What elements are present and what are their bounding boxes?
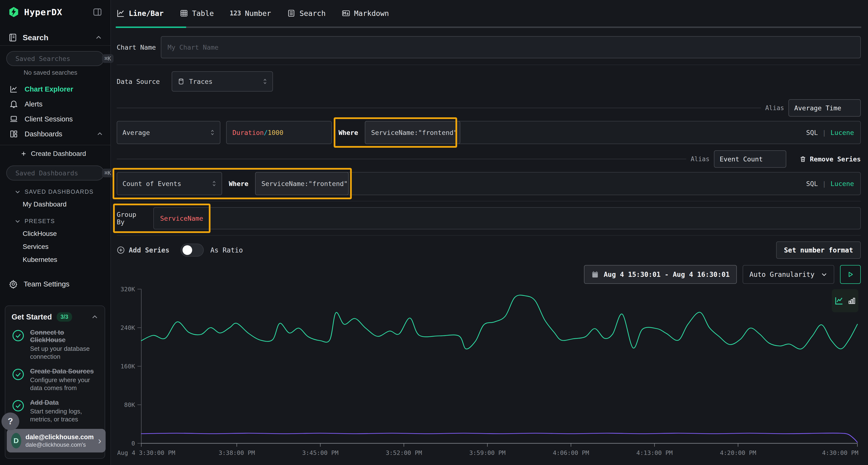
series-1-aggregation-select[interactable]: Average [117,121,220,144]
tab-search[interactable]: Search [287,9,326,18]
series-1-where-input[interactable]: ServiceName:"frontend" [365,121,460,144]
date-range-button[interactable]: Aug 4 15:30:01 - Aug 4 16:30:01 [584,265,737,284]
journal-icon [8,33,18,42]
add-series-label: Add Series [129,246,169,254]
alias-label: Alias [690,156,709,163]
tab-label: Number [245,9,271,18]
svg-text:0: 0 [131,440,135,447]
add-series-button[interactable]: Add Series [117,246,169,254]
granularity-value: Auto Granularity [749,271,814,278]
operator-token: / [264,129,268,136]
group-saved-dashboards[interactable]: SAVED DASHBOARDS [0,186,111,198]
date-range-value: Aug 4 15:30:01 - Aug 4 16:30:01 [604,271,730,278]
field-token: Duration [232,129,264,136]
group-by-row: Group By ServiceName [117,207,861,229]
language-switch: SQL | Lucene [806,129,854,136]
check-circle-icon [11,399,25,412]
sidebar-item-label: Dashboards [25,130,62,138]
sidebar-section-search[interactable]: Search [0,30,111,45]
saved-searches-field[interactable] [16,55,98,62]
chevron-down-icon [821,271,828,278]
sidebar-item-kubernetes[interactable]: Kubernetes [0,253,111,266]
get-started-item-desc: Set up your database connection [30,345,98,360]
series-1-alias-input[interactable]: Average Time [788,99,861,117]
group-presets[interactable]: PRESETS [0,215,111,227]
chart-type-tabbar: Line/Bar Table 123 Number Search Markdow… [112,0,868,27]
sidebar-item-clickhouse[interactable]: ClickHouse [0,227,111,240]
sidebar-item-my-dashboard[interactable]: My Dashboard [0,198,111,211]
chart-area: 080K160K240K320KAug 4 3:30:00 PM3:38:00 … [117,286,861,465]
series-row-1: Average Duration/1000 Where ServiceName:… [117,121,861,144]
main-content: Line/Bar Table 123 Number Search Markdow… [112,0,868,465]
bell-icon [9,100,18,109]
as-ratio-toggle[interactable] [181,243,204,257]
line-chart-icon [9,85,18,94]
timeseries-plot[interactable]: 080K160K240K320KAug 4 3:30:00 PM3:38:00 … [117,286,866,464]
group-by-input[interactable]: ServiceName [153,207,861,229]
remove-series-button[interactable]: Remove Series [799,156,861,163]
series-1-field-input[interactable]: Duration/1000 [226,121,332,144]
lucene-toggle[interactable]: Lucene [830,129,854,136]
sidebar-item-label: Chart Explorer [25,85,73,93]
chart-controls-row: Aug 4 15:30:01 - Aug 4 16:30:01 Auto Gra… [117,265,861,284]
chevron-up-icon [96,131,103,137]
user-email: dale@clickhouse.com [26,433,94,441]
team-settings-label: Team Settings [24,280,69,288]
get-started-item-desc: Start sending logs, metrics, or traces [30,407,98,423]
tab-number[interactable]: 123 Number [230,9,271,18]
tab-line-bar[interactable]: Line/Bar [116,9,164,18]
user-menu[interactable]: D dale@clickhouse.com dale@clickhouse.co… [7,429,105,453]
chart-name-row: Chart Name [117,36,861,58]
gear-icon [9,279,18,289]
series-2-aggregation-select[interactable]: Count of Events [117,172,222,195]
series-2-where-input[interactable]: ServiceName:"frontend" [255,172,349,195]
database-icon [178,78,185,85]
get-started-title: Get Started [11,313,52,322]
language-switch: SQL | Lucene [806,180,854,188]
sidebar-search-label: Search [23,33,49,42]
collapse-sidebar-icon[interactable] [93,7,102,17]
chart-name-input[interactable] [167,44,854,51]
divider [0,45,111,46]
value-token: 1000 [268,129,283,136]
get-started-item[interactable]: Add Data Start sending logs, metrics, or… [11,399,98,423]
get-started-item[interactable]: Connect to ClickHouse Set up your databa… [11,329,98,360]
sidebar-item-services[interactable]: Services [0,240,111,253]
saved-dashboards-field[interactable] [16,169,98,177]
sidebar-item-dashboards[interactable]: Dashboards [0,127,111,141]
help-button[interactable]: ? [1,412,19,430]
user-subtitle: dale@clickhouse.com's [26,441,94,448]
play-icon [846,270,855,278]
create-dashboard-button[interactable]: Create Dashboard [0,145,111,162]
sidebar-item-alerts[interactable]: Alerts [0,97,111,111]
get-started-item-title: Create Data Sources [30,368,98,375]
saved-searches-input[interactable]: ⌘K [6,51,104,66]
get-started-item[interactable]: Create Data Sources Configure where your… [11,368,98,392]
run-query-button[interactable] [840,265,861,284]
tab-markdown[interactable]: Markdown [342,9,389,18]
svg-text:240K: 240K [121,324,135,331]
sidebar-item-team-settings[interactable]: Team Settings [0,276,111,292]
series-actions-row: Add Series As Ratio Set number format [117,241,861,259]
saved-dashboards-input[interactable]: ⌘K [6,166,104,180]
remove-series-label: Remove Series [810,156,861,163]
chart-display-toggle[interactable] [832,289,858,312]
get-started-item-desc: Configure where your data comes from [30,376,98,392]
sidebar: HyperDX Search ⌘K No saved searches Char… [0,0,111,465]
series-2-alias-input[interactable]: Event Count [714,150,786,168]
series-2-where-container: ServiceName:"frontend" SQL | Lucene [255,172,861,195]
avatar: D [11,433,21,449]
sql-toggle[interactable]: SQL [806,180,818,188]
aggregation-value: Count of Events [123,180,181,188]
separator: | [822,180,826,188]
sidebar-item-chart-explorer[interactable]: Chart Explorer [0,82,111,97]
tab-table[interactable]: Table [180,9,214,18]
granularity-select[interactable]: Auto Granularity [743,265,834,284]
get-started-badge: 3/3 [57,312,72,322]
sidebar-item-client-sessions[interactable]: Client Sessions [0,111,111,127]
sql-toggle[interactable]: SQL [806,129,818,136]
chevron-up-icon[interactable] [91,313,98,321]
set-number-format-button[interactable]: Set number format [776,241,861,259]
data-source-select[interactable]: Traces [172,71,273,92]
lucene-toggle[interactable]: Lucene [830,180,854,188]
